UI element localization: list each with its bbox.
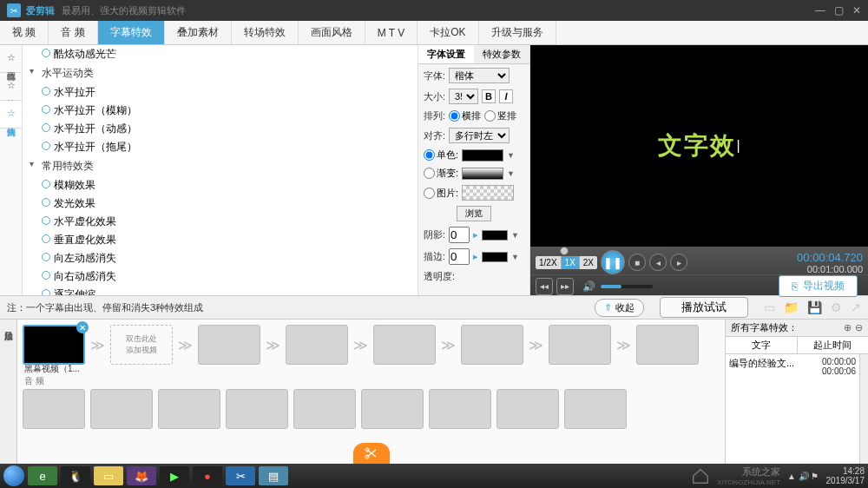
empty-clip-slot[interactable] <box>461 325 523 365</box>
radio-vertical[interactable] <box>484 110 496 122</box>
effect-item[interactable]: 水平拉开（模糊） <box>23 102 418 120</box>
effect-group[interactable]: 常用特效类 <box>23 156 418 176</box>
dropdown-icon[interactable]: ▼ <box>511 253 519 261</box>
empty-audio-slot[interactable] <box>429 389 491 429</box>
tab-effect-params[interactable]: 特效参数 <box>474 45 529 63</box>
speed-half[interactable]: 1/2X <box>536 256 562 269</box>
effect-item[interactable]: 向右动感消失 <box>23 267 418 286</box>
browse-button[interactable]: 浏览 <box>457 206 491 221</box>
tray-icons[interactable]: ▲ 🔊 ⚑ <box>787 472 819 481</box>
maximize-icon[interactable]: ▢ <box>834 4 844 16</box>
start-button[interactable] <box>3 465 24 486</box>
add-fx-icon[interactable]: ⊕ <box>844 322 852 333</box>
dropdown-icon[interactable]: ▼ <box>511 231 519 240</box>
taskbar-app-icon[interactable]: ✂ <box>226 466 255 485</box>
stop-button[interactable]: ■ <box>628 254 646 271</box>
size-select[interactable]: 35 <box>449 89 478 104</box>
taskbar-firefox-icon[interactable]: 🦊 <box>127 466 156 485</box>
tab-font-settings[interactable]: 字体设置 <box>418 45 474 63</box>
arrange-horizontal[interactable]: 横排 <box>449 109 481 122</box>
tab-3[interactable]: 叠加素材 <box>165 21 232 44</box>
chevron-right-icon[interactable]: ▸ <box>473 229 478 241</box>
collapse-button[interactable]: ⇑ 收起 <box>595 299 644 317</box>
radio-solid[interactable] <box>424 149 435 161</box>
radio-image[interactable] <box>424 188 435 199</box>
font-select[interactable]: 楷体 <box>449 68 510 83</box>
timeline[interactable]: ✕ 黑幕视频（1... ≫ 双击此处 添加视频 ≫ ≫ ≫ ≫ ≫ ≫ 音 频 <box>17 320 725 464</box>
volume-icon[interactable]: 🔊 <box>582 280 595 293</box>
effect-item[interactable]: 发光效果 <box>23 195 418 213</box>
clip-thumb[interactable]: ✕ 黑幕视频（1... <box>23 325 85 365</box>
empty-audio-slot[interactable] <box>361 389 424 429</box>
effect-item[interactable]: 水平拉开 <box>23 83 418 102</box>
speed-1x[interactable]: 1X <box>562 256 580 269</box>
effect-item[interactable]: 水平虚化效果 <box>23 213 418 231</box>
tab-7[interactable]: 卡拉OK <box>418 21 478 44</box>
empty-audio-slot[interactable] <box>158 389 220 429</box>
play-pause-button[interactable]: ❚❚ <box>601 250 625 274</box>
empty-clip-slot[interactable] <box>636 325 699 365</box>
tab-2[interactable]: 字幕特效 <box>98 21 165 44</box>
export-video-button[interactable]: ⎘ 导出视频 <box>779 275 858 297</box>
color-image[interactable]: 图片: <box>424 187 458 200</box>
empty-clip-slot[interactable] <box>286 325 348 365</box>
tab-1[interactable]: 音 频 <box>49 21 97 44</box>
folder-icon[interactable]: 📁 <box>784 300 799 314</box>
empty-audio-slot[interactable] <box>293 389 356 429</box>
settings-icon[interactable]: ⚙ <box>831 300 842 314</box>
taskbar-notes-icon[interactable]: ▤ <box>259 466 288 485</box>
taskbar-play-icon[interactable]: ▶ <box>160 466 189 485</box>
preview-screen[interactable]: 文字效| <box>530 45 868 247</box>
new-icon[interactable]: ▭ <box>764 300 775 314</box>
forward-button[interactable]: ▸▸ <box>556 278 574 295</box>
stroke-input[interactable] <box>449 248 470 265</box>
effect-item[interactable]: 向左动感消失 <box>23 249 418 267</box>
taskbar-record-icon[interactable]: ● <box>193 466 222 485</box>
empty-audio-slot[interactable] <box>564 389 627 429</box>
solid-color-swatch[interactable] <box>462 149 503 162</box>
empty-audio-slot[interactable] <box>226 389 288 429</box>
effect-item[interactable]: 垂直虚化效果 <box>23 231 418 249</box>
empty-clip-slot[interactable] <box>373 325 436 365</box>
tab-4[interactable]: 转场特效 <box>232 21 299 44</box>
dropdown-icon[interactable]: ▼ <box>507 169 515 178</box>
gradient-swatch[interactable] <box>462 168 503 180</box>
color-solid[interactable]: 单色: <box>424 148 458 162</box>
arrange-vertical[interactable]: 竖排 <box>484 109 516 122</box>
stroke-color-swatch[interactable] <box>482 252 508 262</box>
side-tab-0[interactable]: ☆出现特效 <box>0 45 22 73</box>
close-icon[interactable]: ✕ <box>852 4 861 16</box>
dropdown-icon[interactable]: ▼ <box>507 151 515 160</box>
empty-audio-slot[interactable] <box>23 389 85 429</box>
effect-item[interactable]: 水平拉开（动感） <box>23 120 418 138</box>
speed-2x[interactable]: 2X <box>580 256 597 269</box>
prev-frame-button[interactable]: ◂ <box>649 254 667 271</box>
chevron-right-icon[interactable]: ▸ <box>473 251 478 262</box>
side-tab-1[interactable]: ☆停留特效 <box>0 73 22 101</box>
tab-8[interactable]: 升级与服务 <box>479 21 556 44</box>
taskbar-qq-icon[interactable]: 🐧 <box>61 466 90 485</box>
fx-row[interactable]: 编导的经验文... 00:00:00 00:00:06 <box>726 354 859 379</box>
empty-clip-slot[interactable] <box>198 325 260 365</box>
remove-fx-icon[interactable]: ⊖ <box>855 322 863 333</box>
effect-item[interactable]: 水平拉开（拖尾） <box>23 138 418 156</box>
empty-audio-slot[interactable] <box>496 389 559 429</box>
bold-button[interactable]: B <box>482 89 496 103</box>
scrollbar[interactable] <box>859 354 868 464</box>
image-swatch[interactable] <box>462 185 514 201</box>
tab-5[interactable]: 画面风格 <box>299 21 365 44</box>
align-select[interactable]: 多行时左对齐 <box>449 128 510 143</box>
effect-item[interactable]: 酷炫动感光芒 <box>23 45 418 63</box>
empty-clip-slot[interactable] <box>549 325 611 365</box>
volume-slider[interactable] <box>601 285 653 288</box>
cut-button[interactable] <box>353 443 390 464</box>
empty-audio-slot[interactable] <box>90 389 153 429</box>
next-frame-button[interactable]: ▸ <box>670 254 687 271</box>
tab-6[interactable]: M T V <box>365 21 418 44</box>
effect-item[interactable]: 模糊效果 <box>23 176 418 195</box>
color-gradient[interactable]: 渐变: <box>424 167 458 180</box>
effect-group[interactable]: 水平运动类 <box>23 63 418 83</box>
italic-button[interactable]: I <box>499 89 513 103</box>
taskbar-explorer-icon[interactable]: ▭ <box>94 466 123 485</box>
effect-item[interactable]: 逐字伸缩 <box>23 286 418 295</box>
